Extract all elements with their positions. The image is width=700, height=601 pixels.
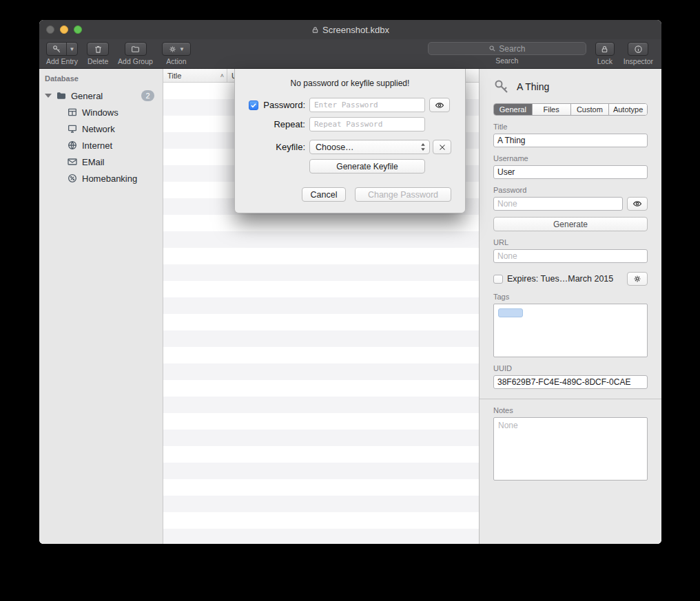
uuid-field[interactable]: [493, 375, 648, 389]
inspector-button[interactable]: [628, 42, 648, 56]
inspector-tabs: General Files Custom Autotype: [493, 103, 648, 116]
sidebar-item-label: Network: [82, 124, 115, 134]
tag-token[interactable]: [498, 308, 523, 317]
reveal-password-button[interactable]: [627, 197, 648, 211]
url-field-label: URL: [493, 238, 648, 246]
notes-field[interactable]: [493, 417, 648, 481]
network-icon: [67, 123, 78, 134]
generate-keyfile-button[interactable]: Generate Keyfile: [309, 159, 425, 173]
sidebar-item-internet[interactable]: Internet: [39, 137, 163, 154]
inspector-label: Inspector: [624, 57, 653, 65]
change-password-button[interactable]: Change Password: [355, 187, 451, 202]
toolbar-item-inspector: Inspector: [624, 42, 653, 65]
sidebar-item-email[interactable]: EMail: [39, 154, 163, 170]
key-icon: [52, 45, 61, 54]
expires-checkbox[interactable]: [493, 275, 503, 284]
sidebar-item-homebanking[interactable]: Homebanking: [39, 170, 163, 187]
generate-password-button[interactable]: Generate: [493, 217, 648, 231]
zoom-button[interactable]: [74, 25, 82, 34]
traffic-lights: [46, 25, 82, 34]
search-input[interactable]: Search: [428, 42, 586, 55]
tab-files[interactable]: Files: [533, 104, 571, 115]
add-entry-label: Add Entry: [46, 57, 78, 65]
expires-settings-button[interactable]: [627, 272, 648, 286]
keyfile-row: Keyfile: Choose…: [249, 140, 451, 154]
lock-icon: [600, 45, 609, 54]
url-field[interactable]: [493, 249, 648, 263]
titlebar: Screenshot.kdbx: [39, 20, 661, 39]
delete-label: Delete: [88, 57, 108, 65]
enter-password-input[interactable]: [309, 98, 425, 112]
toolbar-item-lock: Lock: [595, 42, 615, 65]
title-field[interactable]: [493, 134, 648, 147]
sidebar-item-label: EMail: [82, 157, 105, 167]
toolbar-item-search: Search Search: [428, 42, 586, 65]
globe-icon: [67, 140, 78, 151]
add-group-button[interactable]: [125, 42, 147, 56]
sidebar-item-windows[interactable]: Windows: [39, 104, 163, 120]
keyfile-popup[interactable]: Choose…: [309, 140, 430, 154]
eye-icon: [435, 101, 444, 110]
chevron-down-icon: ▼: [179, 46, 185, 52]
search-placeholder: Search: [499, 44, 525, 54]
sidebar-item-general[interactable]: General 2: [39, 87, 163, 104]
sidebar-item-label: Windows: [82, 107, 119, 118]
inspector-header: A Thing: [493, 76, 648, 98]
keyfile-label: Keyfile:: [276, 142, 305, 152]
sidebar: Database General 2 Windows Network Inter…: [39, 69, 163, 544]
username-field[interactable]: [493, 165, 648, 179]
windows-icon: [67, 107, 78, 118]
toolbar-item-add-entry: ▼ Add Entry: [46, 42, 78, 65]
close-icon: [438, 143, 447, 152]
notes-section: Notes: [480, 399, 661, 483]
minimize-button[interactable]: [60, 25, 68, 34]
gear-icon: [168, 45, 177, 54]
check-icon: [250, 102, 257, 109]
uuid-field-label: UUID: [493, 364, 648, 372]
proxy-lock-icon: [311, 26, 319, 34]
entry-title: A Thing: [517, 81, 549, 92]
window-title: Screenshot.kdbx: [322, 25, 389, 35]
app-window: Screenshot.kdbx ▼ Add Entry Delete: [39, 20, 661, 544]
folder-icon: [56, 90, 67, 101]
repeat-password-input[interactable]: [309, 117, 425, 131]
tab-general[interactable]: General: [494, 104, 533, 115]
clear-keyfile-button[interactable]: [433, 140, 451, 154]
trash-icon: [94, 45, 103, 54]
chevron-down-icon[interactable]: ▼: [67, 46, 77, 52]
password-row: [493, 197, 648, 211]
password-label: Password:: [263, 100, 305, 110]
column-header-title[interactable]: Title ˄: [163, 69, 227, 82]
lock-button[interactable]: [595, 42, 615, 56]
disclosure-triangle-icon[interactable]: [45, 94, 52, 98]
inspector-panel: A Thing General Files Custom Autotype Ti…: [479, 69, 661, 544]
sheet-message: No password or keyfile supplied!: [249, 78, 451, 88]
folder-plus-icon: [131, 45, 140, 54]
cancel-button[interactable]: Cancel: [302, 187, 346, 202]
keyfile-labelbox: Keyfile:: [249, 142, 309, 152]
action-button[interactable]: ▼: [162, 42, 191, 56]
keyfile-popup-value: Choose…: [316, 143, 354, 152]
password-row: Password:: [249, 98, 451, 112]
sidebar-item-label: Internet: [82, 140, 112, 151]
envelope-icon: [67, 156, 78, 167]
entry-count-badge: 2: [141, 90, 154, 101]
expires-row: Expires: Tues…March 2015: [493, 272, 648, 286]
action-label: Action: [166, 57, 186, 65]
delete-button[interactable]: [87, 42, 109, 56]
close-button[interactable]: [46, 25, 54, 34]
tags-field[interactable]: [493, 304, 648, 357]
title-field-label: Title: [493, 123, 648, 131]
gear-icon: [632, 274, 642, 284]
tab-custom[interactable]: Custom: [571, 104, 610, 115]
toolbar: ▼ Add Entry Delete Add Group ▼ Action: [39, 39, 661, 69]
sort-ascending-icon: ˄: [220, 72, 224, 79]
reveal-password-button[interactable]: [429, 98, 450, 112]
sidebar-item-network[interactable]: Network: [39, 120, 163, 137]
add-entry-button[interactable]: ▼: [46, 42, 78, 56]
repeat-labelbox: Repeat:: [249, 119, 309, 129]
password-checkbox[interactable]: [249, 101, 258, 110]
add-group-label: Add Group: [118, 57, 153, 65]
password-field[interactable]: [493, 197, 623, 211]
tab-autotype[interactable]: Autotype: [609, 104, 647, 115]
